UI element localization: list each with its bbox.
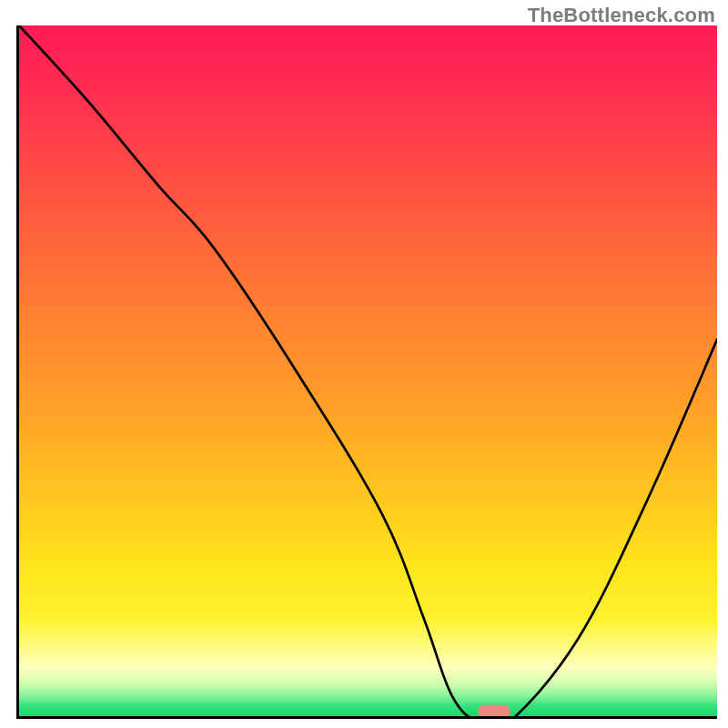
plot-area [16, 25, 717, 719]
bottleneck-curve [19, 25, 717, 719]
optimal-point-marker [478, 704, 511, 718]
curve-path [19, 25, 717, 719]
chart-frame: TheBottleneck.com [0, 0, 728, 728]
watermark-text: TheBottleneck.com [528, 4, 715, 27]
